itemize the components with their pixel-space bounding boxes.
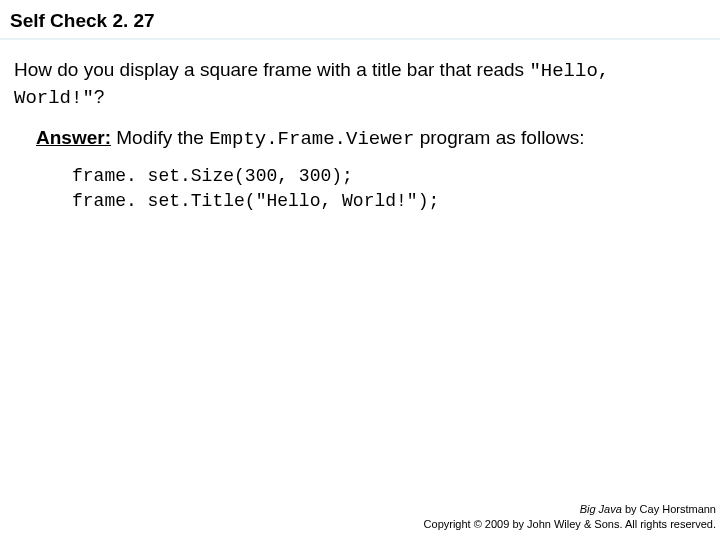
slide-header: Self Check 2. 27 [0, 0, 720, 39]
question-text: How do you display a square frame with a… [14, 57, 706, 111]
footer: Big Java by Cay Horstmann Copyright © 20… [424, 502, 716, 532]
answer-label: Answer: [36, 127, 111, 148]
footer-copyright: Copyright © 2009 by John Wiley & Sons. A… [424, 517, 716, 532]
footer-line-1: Big Java by Cay Horstmann [424, 502, 716, 517]
question-part2: ? [94, 86, 105, 107]
code-block: frame. set.Size(300, 300); frame. set.Ti… [36, 152, 706, 213]
answer-program-name: Empty.Frame.Viewer [209, 128, 414, 150]
footer-book: Big Java [580, 503, 622, 515]
answer-after: program as follows: [414, 127, 584, 148]
slide-content: How do you display a square frame with a… [0, 39, 720, 213]
answer-before: Modify the [111, 127, 209, 148]
answer-block: Answer: Modify the Empty.Frame.Viewer pr… [14, 111, 706, 213]
code-line-1: frame. set.Size(300, 300); [72, 166, 353, 186]
question-part1: How do you display a square frame with a… [14, 59, 529, 80]
slide-title: Self Check 2. 27 [10, 10, 710, 32]
footer-author: by Cay Horstmann [622, 503, 716, 515]
answer-line: Answer: Modify the Empty.Frame.Viewer pr… [36, 125, 706, 152]
code-line-2: frame. set.Title("Hello, World!"); [72, 191, 439, 211]
